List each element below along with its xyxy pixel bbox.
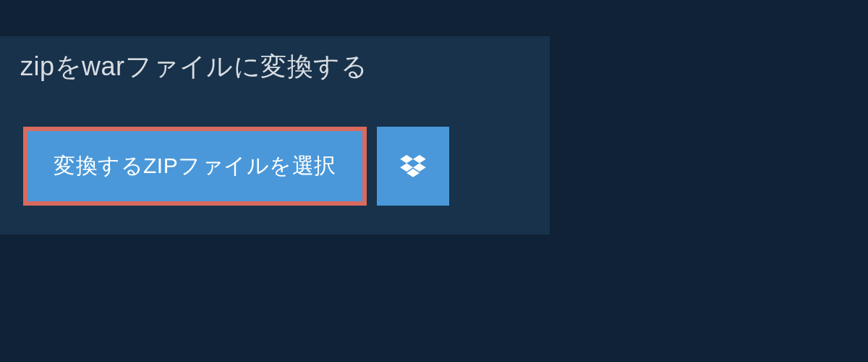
title-bar: zipをwarファイルに変換する: [0, 36, 388, 98]
converter-panel: zipをwarファイルに変換する 変換するZIPファイルを選択: [0, 36, 550, 235]
dropbox-icon: [400, 155, 426, 178]
dropbox-button[interactable]: [377, 127, 449, 206]
page-title: zipをwarファイルに変換する: [20, 51, 367, 81]
select-file-label: 変換するZIPファイルを選択: [54, 151, 336, 181]
button-row: 変換するZIPファイルを選択: [23, 127, 550, 206]
select-file-button[interactable]: 変換するZIPファイルを選択: [23, 127, 367, 206]
